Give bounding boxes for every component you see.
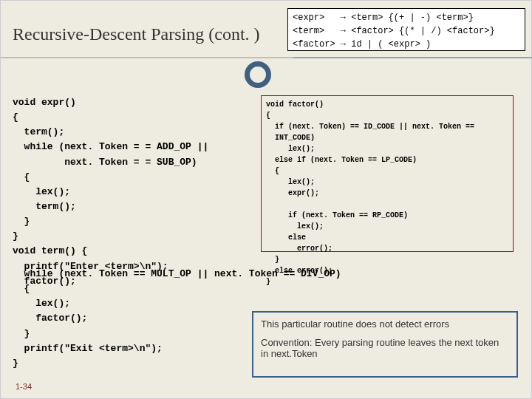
grammar-text: <expr> → <term> {(+ | -) <term>} <term> … xyxy=(293,11,520,51)
factor-code-box: void factor() { if (next. Token) == ID_C… xyxy=(261,95,514,252)
grammar-box: <expr> → <term> {(+ | -) <term>} <term> … xyxy=(287,8,525,51)
slide-container: Recursive-Descent Parsing (cont. ) <expr… xyxy=(0,0,532,399)
slide-title: Recursive-Descent Parsing (cont. ) xyxy=(13,24,260,44)
note-line-1: This particular routine does not detect … xyxy=(261,318,509,330)
note-box: This particular routine does not detect … xyxy=(252,311,518,378)
code-block-expr-term: void expr() { term(); while (next. Token… xyxy=(13,95,208,289)
title-underline xyxy=(1,57,532,58)
code-block-factor: void factor() { if (next. Token) == ID_C… xyxy=(266,99,508,287)
page-number: 1-34 xyxy=(16,382,32,391)
note-line-2: Convention: Every parsing routine leaves… xyxy=(261,337,509,359)
decorative-ring-icon xyxy=(245,61,271,88)
